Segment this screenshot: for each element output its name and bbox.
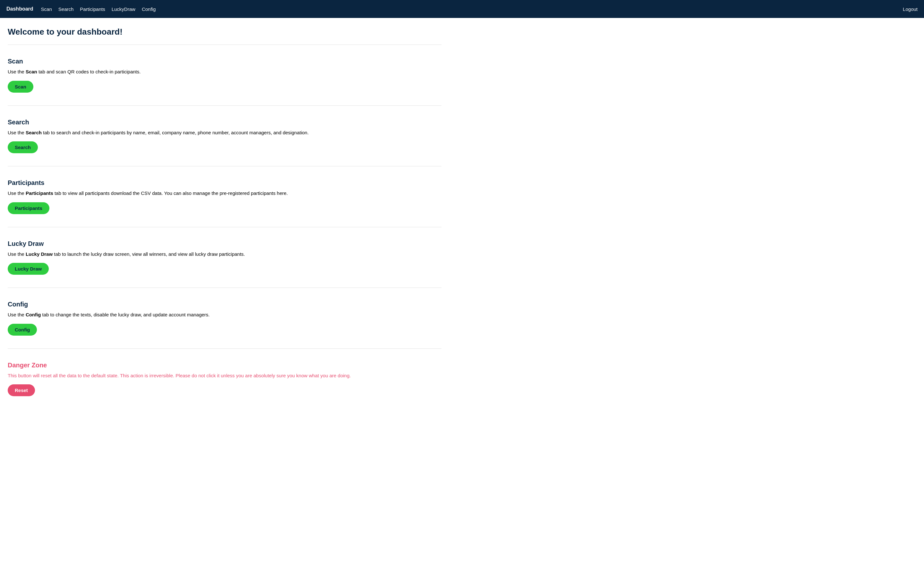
navbar-left: Dashboard Scan Search Participants Lucky… [6,6,156,12]
logout-button[interactable]: Logout [903,6,918,12]
danger-zone-description: This button will reset all the data to t… [8,372,441,380]
config-button[interactable]: Config [8,324,37,335]
divider-config [8,287,441,288]
divider-luckydraw [8,227,441,227]
section-luckydraw: Lucky Draw Use the Lucky Draw tab to lau… [8,234,441,282]
divider-search [8,105,441,106]
luckydraw-title: Lucky Draw [8,240,441,247]
scan-title: Scan [8,58,441,65]
search-button[interactable]: Search [8,141,38,153]
divider-danger [8,348,441,349]
navbar-brand: Dashboard [6,6,33,12]
luckydraw-button[interactable]: Lucky Draw [8,263,49,275]
participants-description: Use the Participants tab to view all par… [8,190,441,197]
section-config: Config Use the Config tab to change the … [8,294,441,342]
nav-link-participants[interactable]: Participants [80,6,105,12]
search-description: Use the Search tab to search and check-i… [8,129,441,137]
divider-scan [8,45,441,45]
section-danger-zone: Danger Zone This button will reset all t… [8,355,441,403]
participants-button[interactable]: Participants [8,202,49,214]
scan-button[interactable]: Scan [8,81,33,93]
reset-button[interactable]: Reset [8,384,35,396]
main-content: Welcome to your dashboard! Scan Use the … [0,18,449,412]
navbar-links: Scan Search Participants LuckyDraw Confi… [41,6,156,12]
scan-description: Use the Scan tab and scan QR codes to ch… [8,68,441,76]
nav-link-scan[interactable]: Scan [41,6,52,12]
divider-participants [8,166,441,166]
welcome-title: Welcome to your dashboard! [8,27,441,37]
section-scan: Scan Use the Scan tab and scan QR codes … [8,51,441,99]
config-description: Use the Config tab to change the texts, … [8,311,441,319]
danger-zone-title: Danger Zone [8,362,441,369]
section-search: Search Use the Search tab to search and … [8,112,441,160]
nav-link-luckydraw[interactable]: LuckyDraw [111,6,136,12]
search-title: Search [8,119,441,126]
participants-title: Participants [8,179,441,187]
luckydraw-description: Use the Lucky Draw tab to launch the luc… [8,251,441,258]
section-participants: Participants Use the Participants tab to… [8,173,441,221]
nav-link-search[interactable]: Search [58,6,74,12]
nav-link-config[interactable]: Config [142,6,156,12]
config-title: Config [8,301,441,308]
navbar: Dashboard Scan Search Participants Lucky… [0,0,924,18]
